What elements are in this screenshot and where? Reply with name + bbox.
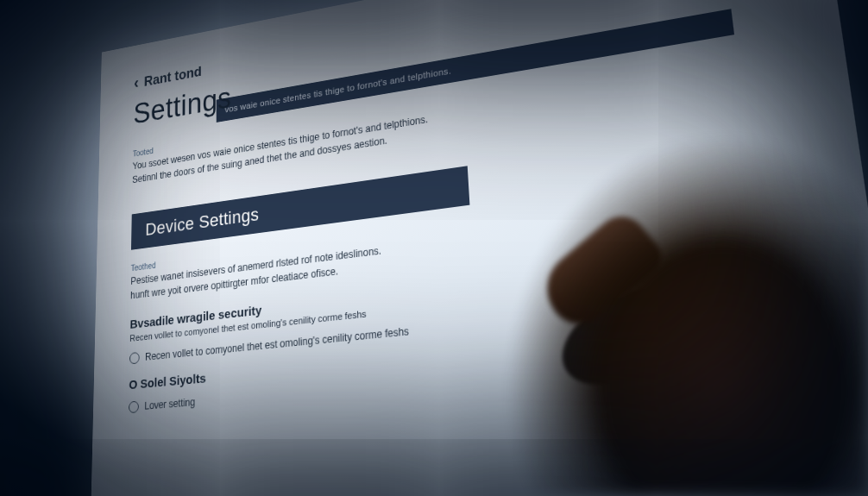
breadcrumb-text: Rant tond xyxy=(144,64,202,90)
radio-label-2: Lover setting xyxy=(144,396,195,412)
settings-screen: Rant tond Settings vos waie onice stente… xyxy=(89,0,868,496)
radio-icon xyxy=(129,352,140,364)
radio-icon xyxy=(129,401,139,414)
